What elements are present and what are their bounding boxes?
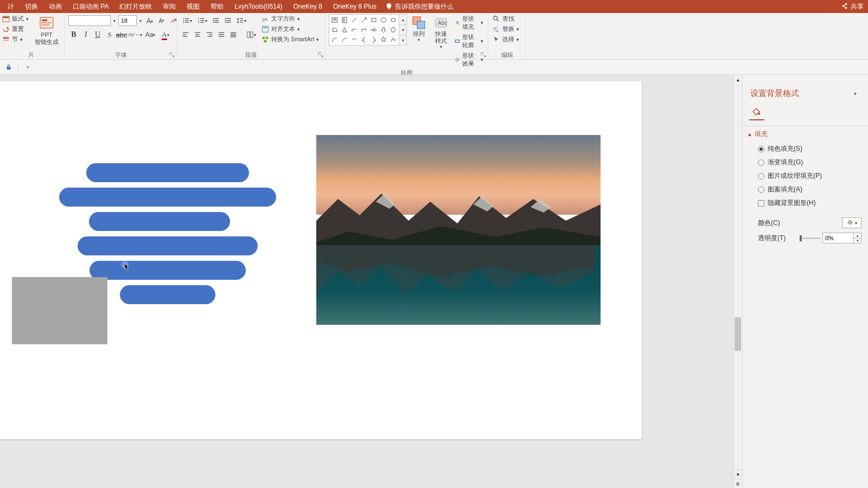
fill-tab-icon[interactable] [749, 105, 764, 120]
text-direction-button[interactable]: ||A 文字方向▾ [260, 14, 320, 23]
tab-review[interactable]: 审阅 [157, 0, 181, 13]
shape-rbrace[interactable] [369, 35, 379, 44]
shadow-button[interactable]: S [104, 29, 115, 40]
shape-curve[interactable] [330, 35, 340, 44]
tab-onekey8[interactable]: OneKey 8 [288, 0, 328, 13]
shape-rect[interactable] [369, 15, 379, 25]
gallery-up[interactable]: ▴ [399, 15, 406, 24]
decrease-indent-button[interactable] [210, 15, 221, 26]
shape-grey-rect[interactable] [12, 277, 107, 344]
italic-button[interactable]: I [80, 29, 91, 40]
gallery-down[interactable]: ▾ [399, 24, 406, 35]
shape-pill-4[interactable] [78, 236, 258, 255]
spinner-up[interactable]: ▴ [854, 233, 861, 238]
align-left-button[interactable] [180, 29, 191, 40]
shape-down-arrow[interactable] [379, 25, 388, 35]
font-name-dropdown[interactable]: ▾ [112, 15, 117, 26]
font-color-button[interactable]: A▾ [158, 29, 173, 40]
gallery-more[interactable]: ▾ [399, 35, 406, 45]
shape-elbow[interactable] [349, 25, 359, 35]
shape-curve2[interactable] [349, 35, 359, 44]
shape-triangle[interactable] [340, 25, 349, 35]
underline-button[interactable]: U [92, 29, 103, 40]
scroll-down-button[interactable]: ▾ [733, 470, 742, 479]
shape-pill-6[interactable] [120, 285, 215, 304]
tab-view[interactable]: 视图 [181, 0, 205, 13]
numbering-button[interactable]: 123▾ [195, 15, 209, 26]
align-center-button[interactable] [192, 29, 203, 40]
ppt-ai-generate-button[interactable]: PPT 智能生成 [32, 14, 61, 47]
find-button[interactable]: 查找 [492, 14, 520, 23]
shape-pill-3[interactable] [89, 212, 230, 231]
transparency-slider[interactable] [800, 237, 820, 239]
shape-fill-button[interactable]: 形状填充▾ [454, 14, 484, 31]
font-dialog-launcher[interactable] [169, 52, 175, 58]
qat-lock-button[interactable] [3, 62, 14, 73]
align-text-button[interactable]: 对齐文本▾ [260, 24, 320, 34]
checkbox-hide-bg[interactable]: 隐藏背景图形(H) [743, 196, 868, 210]
shape-block-arrow[interactable] [369, 25, 379, 35]
bold-button[interactable]: B [68, 29, 79, 40]
scroll-split-button[interactable]: ≡ [733, 479, 742, 488]
reset-button[interactable]: 重置 [1, 24, 30, 34]
tab-transitions[interactable]: 切换 [20, 0, 43, 13]
slider-thumb[interactable] [800, 235, 802, 241]
shape-pill-5[interactable] [90, 261, 246, 280]
shapes-gallery[interactable] [329, 14, 399, 46]
font-name-combo[interactable] [68, 15, 111, 26]
shape-snip[interactable] [330, 25, 340, 35]
slide-canvas[interactable] [0, 81, 642, 439]
shape-vtextbox[interactable] [340, 15, 349, 25]
line-spacing-button[interactable]: ▾ [234, 15, 248, 26]
font-size-dropdown[interactable]: ▾ [138, 15, 143, 26]
tab-pocket-animation[interactable]: 口袋动画 PA [67, 0, 114, 13]
font-size-combo[interactable] [118, 15, 137, 26]
columns-button[interactable]: ▾ [244, 29, 258, 40]
shape-roundrect[interactable] [388, 15, 398, 25]
tab-design-frag[interactable]: 计 [2, 0, 20, 13]
grow-font-button[interactable]: A▴ [144, 15, 155, 26]
section-button[interactable]: 节▾ [1, 35, 30, 44]
shape-elbow-arrow[interactable] [359, 25, 369, 35]
tab-animations[interactable]: 动画 [43, 0, 67, 13]
scroll-thumb[interactable] [735, 317, 741, 351]
tab-lvyhtools[interactable]: LvyhTools(0514) [229, 0, 288, 13]
share-button[interactable]: 共享 [841, 2, 866, 11]
radio-picture-fill[interactable]: 图片或纹理填充(P) [743, 169, 868, 183]
shape-star[interactable] [379, 35, 388, 44]
shape-oval[interactable] [379, 15, 388, 25]
increase-indent-button[interactable] [222, 15, 233, 26]
radio-gradient-fill[interactable]: 渐变填充(G) [743, 156, 868, 169]
layout-button[interactable]: 版式▾ [1, 14, 30, 23]
paragraph-dialog-launcher[interactable] [317, 52, 324, 58]
tell-me-search[interactable]: 告诉我你想要做什么 [385, 2, 454, 11]
convert-smartart-button[interactable]: 转换为 SmartArt▾ [260, 35, 320, 44]
shape-hexagon[interactable] [388, 25, 398, 35]
justify-button[interactable] [216, 29, 227, 40]
transparency-spinner[interactable]: ▴ ▾ [822, 233, 861, 243]
bullets-button[interactable]: ▾ [180, 15, 194, 26]
char-spacing-button[interactable]: AV↔▾ [128, 29, 142, 40]
scroll-up-button[interactable]: ▴ [733, 75, 742, 84]
tab-help[interactable]: 帮助 [205, 0, 229, 13]
tab-slideshow[interactable]: 幻灯片放映 [114, 0, 157, 13]
select-button[interactable]: 选择▾ [492, 35, 520, 44]
color-picker-button[interactable]: ▾ [842, 217, 861, 228]
drawing-dialog-launcher[interactable] [480, 52, 487, 58]
shape-line[interactable] [349, 15, 359, 25]
shape-textbox[interactable] [330, 15, 340, 25]
shape-outline-button[interactable]: 形状轮廓▾ [454, 33, 484, 50]
qat-customize-button[interactable]: ▾ [22, 62, 33, 73]
change-case-button[interactable]: Aa▾ [143, 29, 157, 40]
radio-pattern-fill[interactable]: 图案填充(A) [743, 183, 868, 196]
shrink-font-button[interactable]: A▾ [156, 15, 167, 26]
spinner-down[interactable]: ▾ [854, 238, 861, 243]
image-landscape[interactable] [316, 135, 601, 325]
pane-menu-button[interactable]: ▾ [850, 88, 860, 99]
shape-arc[interactable] [340, 35, 349, 44]
shape-pill-1[interactable] [86, 163, 249, 182]
arrange-button[interactable]: 排列 ▾ [409, 14, 429, 43]
radio-solid-fill[interactable]: 纯色填充(S) [743, 142, 868, 156]
shape-pill-2[interactable] [59, 188, 276, 207]
scroll-track[interactable] [733, 84, 742, 470]
